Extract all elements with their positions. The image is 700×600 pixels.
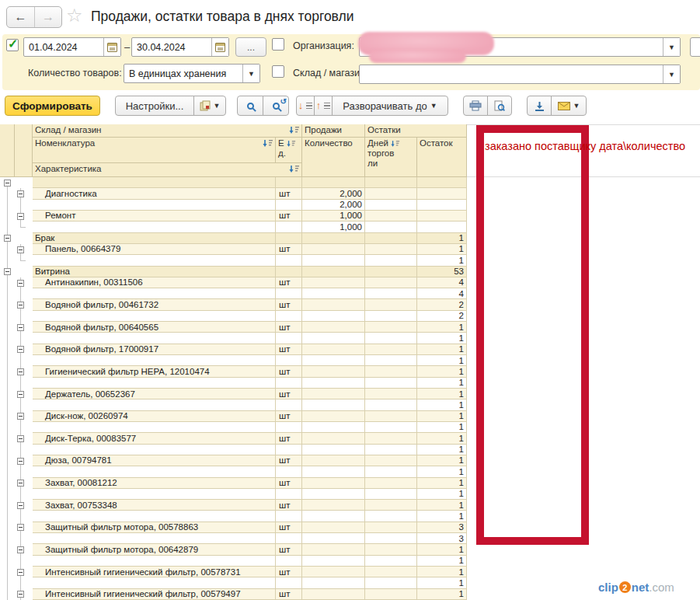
quantity-mode-dropdown-button[interactable]: ▼ — [242, 65, 259, 82]
search-button[interactable] — [237, 96, 263, 116]
send-email-button[interactable]: ▼ — [551, 96, 587, 116]
favorite-star-icon[interactable]: ☆ — [66, 5, 83, 26]
table-row-item[interactable]: Захват, 00753348шт1 — [0, 500, 467, 511]
date-from-calendar-button[interactable] — [103, 38, 120, 56]
tree-expander-minus[interactable] — [17, 502, 24, 509]
table-row-item[interactable]: Диск-нож, 00260974шт1 — [0, 411, 467, 422]
tree-expander-minus[interactable] — [4, 235, 11, 242]
table-row-item[interactable]: Держатель, 00652367шт1 — [0, 389, 467, 399]
table-row-subtotal[interactable]: 1 — [0, 489, 467, 500]
sort-icon[interactable] — [263, 139, 273, 148]
tree-expander-minus[interactable] — [17, 213, 24, 220]
quantity-mode-select[interactable]: В единицах хранения ▼ — [124, 64, 260, 83]
table-row-item[interactable]: Диагностикашт2,000 — [0, 188, 467, 199]
tree-expander-minus[interactable] — [17, 302, 24, 309]
table-row-item[interactable]: Защитный фильтр мотора, 00642879шт1 — [0, 544, 467, 555]
warehouse-field[interactable]: ▼ — [359, 65, 681, 84]
warehouse-checkbox[interactable]: ✓ — [272, 65, 284, 78]
tree-expander-minus[interactable] — [4, 268, 11, 275]
period-checkbox[interactable]: ✓ — [6, 39, 19, 51]
table-row-subtotal[interactable]: 4 — [0, 288, 467, 299]
tree-expander-minus[interactable] — [17, 591, 24, 598]
table-row-item[interactable]: Гигиенический фильтр HEPA, 12010474шт1 — [0, 366, 467, 377]
save-button[interactable] — [527, 96, 552, 116]
table-row-item[interactable]: Панель, 00664379шт1 — [0, 244, 467, 255]
cell-qty — [302, 244, 365, 255]
tree-expander-minus[interactable] — [17, 190, 24, 197]
tree-expander-minus[interactable] — [17, 324, 24, 331]
sort-icon[interactable] — [289, 165, 300, 173]
generate-button[interactable]: Сформировать — [5, 96, 100, 116]
tree-expander-minus[interactable] — [17, 524, 24, 531]
tree-expander-minus[interactable] — [17, 246, 24, 253]
table-row-subtotal[interactable]: 1 — [0, 466, 467, 477]
tree-expander-minus[interactable] — [17, 435, 24, 442]
tree-expander-minus[interactable] — [17, 546, 24, 553]
table-row-subtotal[interactable]: 2,000 — [0, 200, 467, 211]
table-row-subtotal[interactable]: 1 — [0, 422, 467, 433]
report-variants-button[interactable]: ▼ — [193, 96, 226, 116]
table-row-item[interactable]: Антинакипин, 00311506шт4 — [0, 277, 467, 288]
tree-expander-minus[interactable] — [17, 569, 24, 576]
expand-groups-button[interactable]: ↓ — [296, 96, 315, 116]
table-row-subtotal[interactable]: 1 — [0, 355, 467, 366]
tree-expander-minus[interactable] — [17, 280, 24, 287]
table-row-group[interactable] — [0, 177, 467, 188]
expand-to-button[interactable]: Разворачивать до▼ — [332, 96, 448, 116]
cell-name: Диск-нож, 00260974 — [33, 411, 276, 422]
settings-button[interactable]: Настройки... — [115, 96, 194, 116]
table-row-subtotal[interactable]: 1 — [0, 399, 467, 410]
table-row-item[interactable]: Дюза, 00794781шт1 — [0, 455, 467, 466]
forward-button[interactable]: → — [34, 7, 61, 27]
tree-expander-minus[interactable] — [17, 346, 24, 353]
table-row-item[interactable]: Водяной фильтр, 00640565шт1 — [0, 322, 467, 333]
period-more-button[interactable]: ... — [235, 37, 266, 57]
date-to-calendar-button[interactable] — [211, 38, 228, 56]
collapse-groups-button[interactable]: ↑ — [314, 96, 333, 116]
table-row-item[interactable]: Водяной фильтр, 17000917шт1 — [0, 344, 467, 355]
table-row-subtotal[interactable]: 1 — [0, 333, 467, 344]
tree-expander-minus[interactable] — [17, 391, 24, 398]
cell-unit — [276, 311, 302, 322]
sort-icon[interactable] — [287, 140, 296, 148]
table-row-subtotal[interactable]: 1 — [0, 378, 467, 389]
table-row-subtotal[interactable]: 1 — [0, 556, 467, 567]
table-row-subtotal[interactable]: 1 — [0, 445, 467, 455]
organization-dropdown-button[interactable]: ▼ — [663, 38, 680, 56]
clipped-checkbox[interactable] — [690, 37, 700, 57]
tree-expander-minus[interactable] — [17, 458, 24, 465]
table-row-subtotal[interactable]: 1,000 — [0, 222, 467, 232]
tree-expander-minus[interactable] — [17, 413, 24, 420]
table-row-item[interactable]: Диск-Терка, 00083577шт1 — [0, 433, 467, 444]
cell-name: Антинакипин, 00311506 — [33, 277, 276, 288]
table-row-item[interactable]: Водяной фильтр, 00461732шт2 — [0, 299, 467, 310]
date-from-field[interactable]: 01.04.2024 — [23, 37, 121, 57]
warehouse-dropdown-button[interactable]: ▼ — [663, 65, 680, 83]
table-row-item[interactable]: Ремонтшт1,000 — [0, 211, 467, 222]
table-row-group[interactable]: Брак1 — [0, 233, 467, 244]
table-row-item[interactable]: Захват, 00081212шт1 — [0, 478, 467, 489]
date-to-field[interactable]: 30.04.2024 — [131, 37, 229, 57]
tree-expander-minus[interactable] — [4, 180, 11, 187]
tree-expander-minus[interactable] — [17, 480, 24, 487]
tree-expander-minus[interactable] — [17, 368, 24, 375]
cell-unit: шт — [276, 411, 302, 422]
sort-icon[interactable] — [391, 140, 400, 148]
cell-name — [33, 333, 276, 344]
search-next-button[interactable]: ↺ — [263, 96, 289, 116]
table-row-item[interactable]: Защитный фильтр мотора, 00578863шт3 — [0, 522, 467, 533]
print-button[interactable] — [463, 96, 488, 116]
table-row-subtotal[interactable]: 1 — [0, 255, 467, 266]
table-row-subtotal[interactable]: 1 — [0, 577, 467, 588]
filter-panel: ✓ 01.04.2024 – 30.04.2024 ... Количество… — [2, 34, 700, 90]
organization-checkbox[interactable]: ✓ — [272, 38, 284, 51]
table-row-item[interactable]: Интенсивный гигиенический фильтр, 005787… — [0, 567, 467, 577]
table-row-subtotal[interactable]: 3 — [0, 533, 467, 544]
table-row-subtotal[interactable]: 1 — [0, 511, 467, 522]
back-button[interactable]: ← — [7, 7, 34, 27]
sort-icon[interactable] — [289, 126, 300, 134]
table-row-item[interactable]: Интенсивный гигиенический фильтр, 005794… — [0, 589, 467, 600]
print-preview-button[interactable] — [487, 96, 512, 116]
table-row-group[interactable]: Витрина53 — [0, 267, 467, 277]
table-row-subtotal[interactable]: 2 — [0, 311, 467, 322]
